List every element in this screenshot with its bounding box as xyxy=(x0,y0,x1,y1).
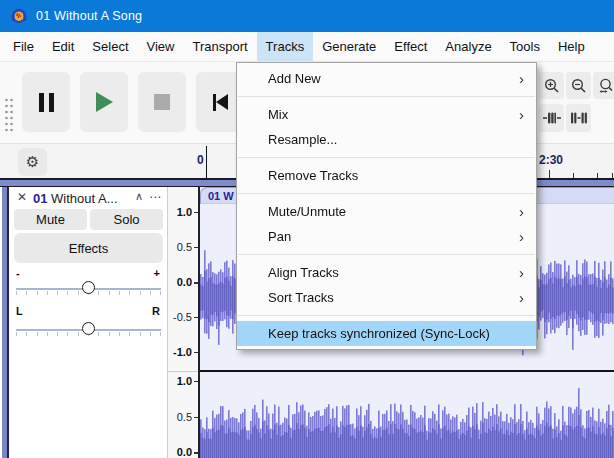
play-icon xyxy=(96,92,113,112)
title-bar: 01 Without A Song xyxy=(0,0,614,32)
menubar-item-select[interactable]: Select xyxy=(83,32,137,61)
menu-separator xyxy=(238,193,535,194)
skip-to-start-icon xyxy=(213,94,228,111)
zoom-toggle-icon xyxy=(598,78,614,94)
gain-min-label: - xyxy=(16,267,20,279)
scale-value: 0.0 xyxy=(177,276,192,288)
ruler-tick xyxy=(549,170,550,178)
pause-button[interactable] xyxy=(22,72,70,132)
fit-project-icon xyxy=(570,111,588,125)
track-control-panel: ✕ 01 Without A... ∧ ⋯ Mute Solo Effects … xyxy=(9,187,168,458)
menubar-item-tracks[interactable]: Tracks xyxy=(257,32,314,61)
collapse-track-button[interactable]: ∧ xyxy=(135,190,143,203)
timeline-label-end: 2:30 xyxy=(539,153,563,167)
menubar-item-help[interactable]: Help xyxy=(549,32,594,61)
submenu-arrow-icon: › xyxy=(519,199,524,224)
menubar-item-view[interactable]: View xyxy=(138,32,184,61)
menu-item-resample[interactable]: Resample... xyxy=(237,127,536,152)
zoom-in-button[interactable] xyxy=(539,72,564,99)
menubar-item-generate[interactable]: Generate xyxy=(313,32,385,61)
pan-right-label: R xyxy=(152,305,160,317)
pause-icon xyxy=(39,93,54,112)
menu-separator xyxy=(238,315,535,316)
menu-item-sort-tracks[interactable]: Sort Tracks › xyxy=(237,285,536,310)
menubar-item-edit[interactable]: Edit xyxy=(43,32,83,61)
mute-button[interactable]: Mute xyxy=(14,209,87,230)
gear-icon: ⚙ xyxy=(26,153,39,170)
ellipsis-icon: ⋯ xyxy=(149,190,161,204)
zoom-out-icon xyxy=(571,78,587,94)
submenu-arrow-icon: › xyxy=(519,102,524,127)
timeline-options-button[interactable]: ⚙ xyxy=(18,148,47,176)
menu-separator xyxy=(238,96,535,97)
menubar-item-tools[interactable]: Tools xyxy=(501,32,549,61)
menubar-item-transport[interactable]: Transport xyxy=(183,32,256,61)
fit-selection-icon xyxy=(543,111,561,125)
menubar-item-effect[interactable]: Effect xyxy=(385,32,436,61)
menu-item-align-tracks[interactable]: Align Tracks › xyxy=(237,260,536,285)
effects-button[interactable]: Effects xyxy=(14,233,163,263)
playhead-cursor xyxy=(206,146,207,179)
submenu-arrow-icon: › xyxy=(519,66,524,91)
zoom-toggle-button[interactable] xyxy=(593,72,614,99)
close-icon: ✕ xyxy=(17,190,27,204)
submenu-arrow-icon: › xyxy=(519,260,524,285)
scale-value: -0.5 xyxy=(173,311,192,323)
chevron-up-icon: ∧ xyxy=(135,190,143,202)
menu-bar: File Edit Select View Transport Tracks G… xyxy=(0,32,614,62)
scale-value: -1.0 xyxy=(173,346,192,358)
menu-item-pan[interactable]: Pan › xyxy=(237,224,536,249)
scale-value: 0.0 xyxy=(177,446,192,458)
submenu-arrow-icon: › xyxy=(519,224,524,249)
stop-button[interactable] xyxy=(138,72,186,132)
audacity-logo-icon xyxy=(10,7,28,25)
ruler-track-separator xyxy=(168,371,198,372)
fit-selection-button[interactable] xyxy=(539,104,564,132)
window-title: 01 Without A Song xyxy=(36,9,142,23)
scale-value: 1.0 xyxy=(177,375,192,387)
gain-slider-thumb[interactable] xyxy=(82,281,95,294)
track-title[interactable]: 01 Without A... xyxy=(33,191,145,206)
scale-value: 0.5 xyxy=(177,241,192,253)
menu-separator xyxy=(238,157,535,158)
audacity-window: 01 Without A Song File Edit Select View … xyxy=(0,0,614,458)
track-header: ✕ 01 Without A... ∧ ⋯ xyxy=(9,190,167,208)
track-menu-button[interactable]: ⋯ xyxy=(149,190,161,204)
menu-item-mute-unmute[interactable]: Mute/Unmute › xyxy=(237,199,536,224)
pan-left-label: L xyxy=(16,305,23,317)
fit-project-button[interactable] xyxy=(566,104,591,132)
pan-slider-thumb[interactable] xyxy=(82,322,95,335)
gain-slider[interactable] xyxy=(16,279,161,299)
toolbar-drag-handle[interactable] xyxy=(4,97,14,135)
solo-button[interactable]: Solo xyxy=(90,209,163,230)
menu-item-mix[interactable]: Mix › xyxy=(237,102,536,127)
scale-value: 0.5 xyxy=(177,411,192,423)
track2-waveform[interactable] xyxy=(200,372,614,458)
menubar-item-file[interactable]: File xyxy=(4,32,43,61)
scale-value: 1.0 xyxy=(177,206,192,218)
tracks-dropdown-menu: Add New › Mix › Resample... Remove Track… xyxy=(236,62,537,350)
gain-max-label: + xyxy=(154,267,160,279)
menubar-item-analyze[interactable]: Analyze xyxy=(436,32,500,61)
vertical-scale-ruler[interactable]: 1.0 0.5 0.0 -0.5 -1.0 1.0 0.5 0.0 xyxy=(168,187,200,458)
zoom-out-button[interactable] xyxy=(566,72,591,99)
menu-separator xyxy=(238,254,535,255)
window-left-edge xyxy=(0,187,9,458)
zoom-in-icon xyxy=(544,78,560,94)
close-track-button[interactable]: ✕ xyxy=(17,190,27,204)
play-button[interactable] xyxy=(80,72,128,132)
menu-item-remove-tracks[interactable]: Remove Tracks xyxy=(237,163,536,188)
menu-item-sync-lock[interactable]: Keep tracks synchronized (Sync-Lock) xyxy=(237,321,536,346)
submenu-arrow-icon: › xyxy=(519,285,524,310)
stop-icon xyxy=(154,94,170,110)
timeline-label-start: 0 xyxy=(197,153,204,167)
pan-slider[interactable] xyxy=(16,320,161,340)
menu-item-add-new[interactable]: Add New › xyxy=(237,66,536,91)
